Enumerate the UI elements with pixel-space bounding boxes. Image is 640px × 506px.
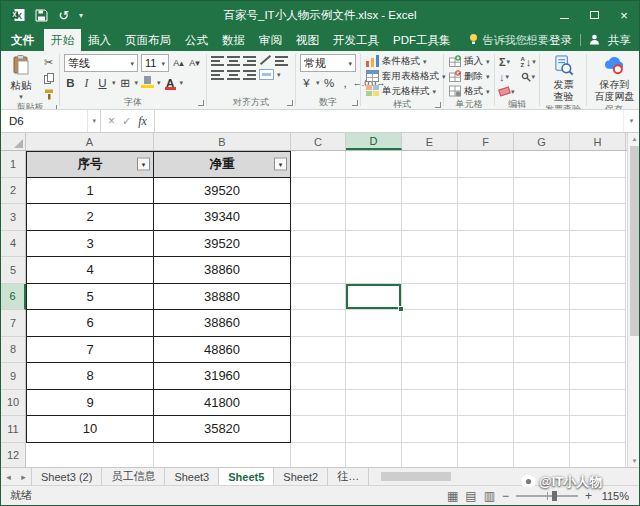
cell-E8[interactable] [402,337,458,364]
table-cell-A2[interactable]: 1 [26,178,154,205]
row-header-11[interactable]: 11 [1,416,26,443]
row-header-7[interactable]: 7 [1,310,26,337]
merge-center-icon[interactable] [259,69,274,80]
cell-F1[interactable] [458,151,514,178]
qat-customize-caret-icon[interactable]: ▾ [79,11,83,20]
cell-H5[interactable] [570,257,626,284]
ribbon-tab-开始[interactable]: 开始 [44,29,81,51]
filter-button[interactable]: ▾ [137,158,150,171]
cell-H8[interactable] [570,337,626,364]
copy-icon[interactable] [41,72,56,85]
cell-D5[interactable] [346,257,402,284]
table-cell-B3[interactable]: 39340 [154,204,291,231]
cell-C4[interactable] [291,231,346,258]
table-cell-A6[interactable]: 5 [26,284,154,311]
cell-H11[interactable] [570,416,626,443]
cell-D11[interactable] [346,416,402,443]
cell-H12[interactable] [570,443,626,468]
cell-E4[interactable] [402,231,458,258]
ribbon-tab-视图[interactable]: 视图 [289,29,326,51]
clear-button[interactable]: ▾ [499,85,515,98]
paste-button[interactable]: 粘贴 ▾ [5,54,37,101]
column-header-E[interactable]: E [402,133,458,150]
row-header-12[interactable]: 12 [1,443,26,468]
cell-G3[interactable] [514,204,570,231]
delete-button[interactable]: 删除▾ [448,69,491,83]
table-cell-A11[interactable]: 10 [26,416,154,443]
table-cell-B11[interactable]: 35820 [154,416,291,443]
row-header-10[interactable]: 10 [1,390,26,417]
cell-G8[interactable] [514,337,570,364]
bold-button[interactable]: B [64,75,77,90]
enter-icon[interactable]: ✓ [122,115,131,128]
cell-E2[interactable] [402,178,458,205]
cell-C8[interactable] [291,337,346,364]
format-button[interactable]: 格式▾ [448,84,491,98]
ribbon-tab-数据[interactable]: 数据 [215,29,252,51]
zoom-slider[interactable] [516,495,578,497]
ribbon-tab-开发工具[interactable]: 开发工具 [326,29,386,51]
cell-G11[interactable] [514,416,570,443]
underline-button[interactable]: U [96,75,109,90]
table-cell-A3[interactable]: 2 [26,204,154,231]
sheet-tab-Sheet5[interactable]: Sheet5 [219,468,274,485]
table-cell-B8[interactable]: 48860 [154,337,291,364]
percent-style-icon[interactable]: % [323,75,336,90]
align-middle-icon[interactable] [227,55,240,66]
cell-C9[interactable] [291,363,346,390]
cell-H9[interactable] [570,363,626,390]
cell-E12[interactable] [402,443,458,468]
cell-C7[interactable] [291,310,346,337]
zoom-level[interactable]: 115% [599,490,629,502]
row-header-5[interactable]: 5 [1,257,26,284]
dialog-launcher-icon[interactable] [435,102,441,108]
cell-D7[interactable] [346,310,402,337]
cell-E10[interactable] [402,390,458,417]
cell-G12[interactable] [514,443,570,468]
cell-G5[interactable] [514,257,570,284]
table-cell-B6[interactable]: 38880 [154,284,291,311]
page-layout-view-icon[interactable]: ▤ [465,489,476,503]
cell-H2[interactable] [570,178,626,205]
cell-H3[interactable] [570,204,626,231]
autosum-button[interactable]: Σ▾ [499,55,515,68]
wrap-text-icon[interactable] [275,55,288,66]
minimize-button[interactable] [549,1,579,29]
orientation-icon[interactable] [259,54,272,66]
row-header-1[interactable]: 1 [1,151,26,178]
accounting-format-icon[interactable]: ¥ [300,75,313,90]
cell-F7[interactable] [458,310,514,337]
table-cell-A8[interactable]: 7 [26,337,154,364]
select-all-corner[interactable] [1,133,26,150]
table-cell-A9[interactable]: 8 [26,363,154,390]
cell-F5[interactable] [458,257,514,284]
cut-icon[interactable]: ✂ [41,56,56,69]
ribbon-tab-插入[interactable]: 插入 [81,29,118,51]
cell-G4[interactable] [514,231,570,258]
borders-caret-icon[interactable]: ▾ [135,79,139,86]
ribbon-tab-审阅[interactable]: 审阅 [252,29,289,51]
column-header-C[interactable]: C [291,133,346,150]
align-bottom-icon[interactable] [243,55,256,66]
page-break-view-icon[interactable]: ▥ [484,489,495,503]
find-select-button[interactable]: ▾ [521,70,536,83]
cell-E11[interactable] [402,416,458,443]
align-right-icon[interactable] [243,69,256,80]
sheet-tab-Sheet3 (2)[interactable]: Sheet3 (2) [31,468,102,485]
font-color-icon[interactable]: A [164,75,177,90]
cell-D12[interactable] [346,443,402,468]
conditional-formatting-button[interactable]: 条件格式▾ [365,54,440,68]
filter-button[interactable]: ▾ [274,158,287,171]
fill-handle[interactable] [398,306,404,312]
table-cell-B9[interactable]: 31960 [154,363,291,390]
cell-F3[interactable] [458,204,514,231]
sheet-tab-Sheet2[interactable]: Sheet2 [274,468,328,485]
close-button[interactable]: × [609,1,639,29]
cell-E5[interactable] [402,257,458,284]
cancel-icon[interactable]: × [108,114,115,128]
scroll-down-icon[interactable]: ▾ [633,455,637,467]
table-cell-A7[interactable]: 6 [26,310,154,337]
font-size-select[interactable]: 11▾ [141,54,169,72]
cell-H1[interactable] [570,151,626,178]
cell-D2[interactable] [346,178,402,205]
